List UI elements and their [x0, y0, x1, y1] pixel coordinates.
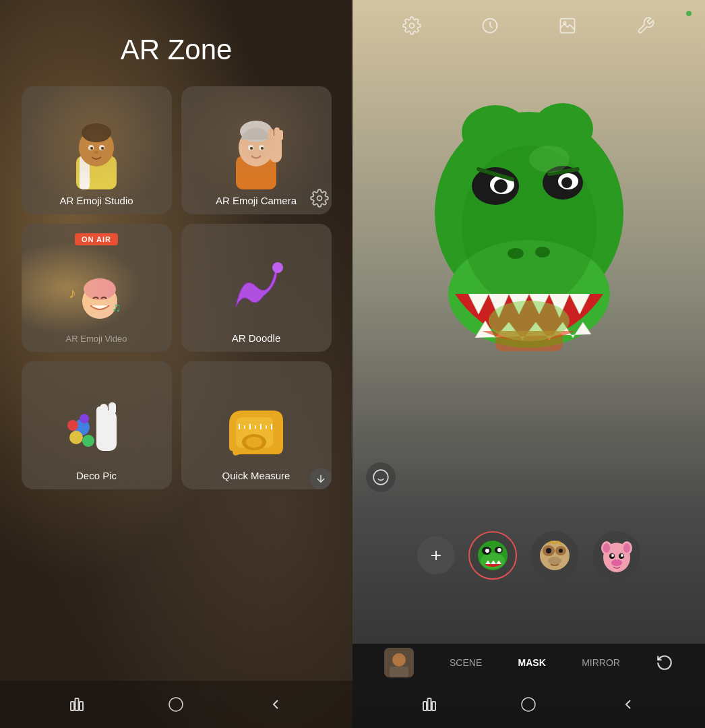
ar-doodle-label: AR Doodle: [232, 332, 281, 344]
grid-item-ar-emoji-studio[interactable]: AR Emoji Studio: [22, 86, 172, 214]
mask-item-pink-creature[interactable]: [592, 531, 641, 580]
svg-point-0: [317, 196, 322, 201]
svg-point-85: [548, 557, 561, 565]
sloth-mask-thumb: [537, 537, 573, 574]
deco-pic-label: Deco Pic: [76, 470, 117, 481]
svg-point-68: [489, 301, 570, 341]
bottom-nav-right: [352, 681, 705, 728]
timer-icon: [481, 16, 499, 35]
download-icon: [315, 473, 327, 485]
pink-creature-mask-thumb: [599, 537, 635, 574]
svg-point-32: [82, 435, 94, 447]
svg-point-89: [603, 543, 610, 553]
bottom-tabs: SCENE MASK MIRROR: [352, 644, 705, 681]
back-icon-right: [620, 696, 636, 712]
svg-rect-100: [427, 698, 431, 710]
dinosaur-mask: [415, 92, 644, 361]
ar-zone-title: AR Zone: [121, 34, 233, 66]
svg-rect-101: [432, 702, 435, 710]
grid-item-quick-measure[interactable]: Quick Measure: [181, 361, 332, 489]
left-panel: AR Zone: [0, 0, 352, 728]
svg-point-64: [508, 248, 524, 259]
svg-rect-28: [109, 402, 116, 415]
tab-scene[interactable]: SCENE: [450, 657, 482, 668]
refresh-button[interactable]: [656, 654, 673, 671]
svg-point-94: [621, 554, 623, 557]
grid-item-ar-emoji-camera[interactable]: AR Emoji Camera: [181, 86, 332, 214]
gallery-icon: [558, 16, 577, 35]
top-icons-row: [352, 0, 705, 51]
svg-point-69: [373, 470, 388, 485]
home-button-right[interactable]: [519, 695, 538, 714]
ar-emoji-video-label: AR Emoji Video: [66, 334, 127, 344]
svg-point-83: [546, 548, 551, 553]
grid-item-ar-doodle[interactable]: AR Doodle: [181, 224, 332, 352]
ar-emoji-studio-label: AR Emoji Studio: [59, 195, 133, 206]
svg-point-49: [409, 24, 414, 28]
green-status-dot: [686, 11, 692, 16]
svg-rect-99: [423, 702, 427, 710]
timer-button[interactable]: [478, 13, 502, 38]
svg-rect-98: [390, 667, 408, 677]
svg-point-33: [67, 420, 78, 431]
home-icon-right: [520, 696, 537, 712]
gear-icon: [310, 189, 329, 208]
tools-button[interactable]: [634, 13, 658, 38]
svg-point-62: [494, 179, 508, 193]
app-grid: AR Emoji Studio: [22, 86, 332, 489]
recent-icon-right: [421, 696, 437, 712]
tab-mirror[interactable]: MIRROR: [582, 657, 620, 668]
mask-item-dino[interactable]: [468, 531, 517, 580]
recent-apps-button-right[interactable]: [420, 695, 439, 714]
on-air-badge: ON AIR: [75, 233, 118, 245]
right-content: SCENE MASK MIRROR: [352, 0, 705, 728]
svg-point-95: [611, 559, 622, 566]
right-panel: SCENE MASK MIRROR: [352, 0, 705, 728]
deco-pic-figure: [63, 397, 130, 464]
camera-view: [352, 51, 705, 681]
svg-point-44: [246, 437, 262, 448]
svg-point-79: [497, 548, 501, 552]
svg-point-90: [623, 543, 630, 553]
svg-rect-29: [96, 406, 103, 421]
mask-item-sloth[interactable]: [530, 531, 579, 580]
download-badge: [310, 468, 332, 489]
quick-measure-label: Quick Measure: [222, 470, 290, 481]
dino-mask-thumb: [474, 537, 511, 574]
mask-selector: [352, 531, 705, 580]
left-content: AR Zone: [0, 0, 352, 728]
svg-point-67: [529, 146, 570, 173]
tape-measure-figure: [226, 404, 286, 464]
svg-point-25: [272, 262, 283, 273]
svg-point-78: [485, 549, 489, 553]
ar-doodle-figure: [222, 260, 290, 327]
add-mask-button[interactable]: [417, 537, 455, 574]
back-button-right[interactable]: [619, 695, 638, 714]
svg-point-97: [392, 653, 406, 667]
refresh-icon: [656, 654, 673, 671]
svg-point-34: [80, 414, 89, 423]
svg-point-65: [535, 247, 550, 257]
svg-point-31: [69, 431, 83, 444]
grid-item-deco-pic[interactable]: Deco Pic: [22, 361, 172, 489]
plus-icon: [428, 547, 444, 564]
tools-icon: [636, 16, 655, 35]
svg-point-84: [559, 549, 563, 553]
svg-point-102: [522, 698, 535, 711]
svg-point-93: [611, 554, 614, 557]
sticker-panel-button[interactable]: [366, 462, 396, 492]
svg-point-52: [564, 22, 567, 24]
settings-icon[interactable]: [310, 189, 329, 208]
svg-point-63: [561, 177, 572, 188]
camera-roll-preview[interactable]: [384, 648, 414, 677]
settings-button[interactable]: [400, 13, 424, 38]
settings-icon: [402, 16, 421, 35]
thumbnail-image: [384, 648, 414, 677]
ar-emoji-camera-label: AR Emoji Camera: [216, 195, 297, 206]
sticker-icon: [372, 468, 390, 486]
tab-mask[interactable]: MASK: [518, 657, 546, 668]
gallery-button[interactable]: [555, 13, 580, 38]
grid-item-ar-emoji-video[interactable]: ON AIR ♪ ♫ AR Emoji Video: [22, 224, 172, 352]
